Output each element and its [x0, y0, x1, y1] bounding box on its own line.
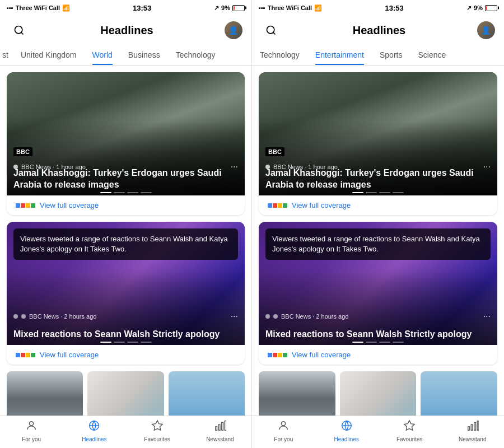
- nav-label-newsstand-right: Newsstand: [459, 436, 486, 442]
- nav-label-favourites-left: Favourites: [144, 436, 170, 442]
- news-feed-right: BBC BBC News · 1 hour ago ··· Jamal Khas…: [252, 66, 504, 416]
- left-panel: ▪▪▪ Three WiFi Call 📶 13:53 ↗ 9% Headlin…: [0, 0, 252, 448]
- person-icon-left: [25, 419, 38, 435]
- svg-point-11: [282, 422, 286, 426]
- svg-point-2: [29, 422, 33, 426]
- wifi-icon-r: 📶: [314, 4, 322, 12]
- bottom-nav-left: For you Headlines Favourites: [0, 416, 251, 448]
- avatar-left[interactable]: 👤: [225, 21, 242, 39]
- battery-icon: [232, 5, 245, 11]
- tab-partial-left[interactable]: st: [0, 45, 13, 65]
- location-icon: ↗: [214, 4, 219, 12]
- battery-pct: 9%: [221, 4, 230, 11]
- battery-icon-r: [485, 5, 497, 11]
- thumbnail-blue-left[interactable]: [169, 371, 245, 416]
- tab-entertainment-right[interactable]: Entertainment: [307, 45, 372, 65]
- tab-world-left[interactable]: World: [85, 45, 120, 65]
- google-news-icon-left: [16, 203, 35, 208]
- status-bar-left: ▪▪▪ Three WiFi Call 📶 13:53 ↗ 9%: [0, 0, 251, 16]
- svg-rect-14: [468, 427, 470, 430]
- tab-science-right[interactable]: Science: [410, 45, 454, 65]
- category-tabs-left: st United Kingdom World Business Technol…: [0, 45, 251, 66]
- thumbnail-storm-left[interactable]: [7, 371, 83, 416]
- avatar-right[interactable]: 👤: [477, 21, 495, 39]
- page-title-right: Headlines: [353, 24, 405, 37]
- svg-line-10: [273, 32, 276, 35]
- svg-point-0: [15, 26, 22, 34]
- article-image-seann-left: Viewers tweeted a range of reactions to …: [7, 222, 245, 345]
- news-feed-left: BBC BBC News · 1 hour ago ··· Jamal Khas…: [0, 66, 251, 416]
- search-button-right[interactable]: [261, 20, 281, 40]
- nav-label-for-you-left: For you: [22, 436, 41, 442]
- nav-newsstand-right[interactable]: Newsstand: [441, 419, 505, 442]
- coverage-link-khashoggi-left[interactable]: View full coverage: [40, 201, 99, 209]
- bbc-logo-left: BBC: [13, 147, 32, 156]
- nav-label-headlines-left: Headlines: [82, 436, 106, 442]
- source-time-seann-right: BBC News · 2 hours ago: [281, 313, 348, 320]
- coverage-link-khashoggi-right[interactable]: View full coverage: [292, 201, 351, 209]
- svg-point-9: [267, 26, 274, 34]
- nav-newsstand-left[interactable]: Newsstand: [189, 419, 251, 442]
- globe-icon-left: [88, 419, 100, 435]
- svg-rect-7: [222, 423, 223, 431]
- more-options-seann-left[interactable]: ···: [231, 311, 238, 321]
- star-icon-right: [403, 419, 416, 435]
- article-seann-left[interactable]: Viewers tweeted a range of reactions to …: [7, 222, 245, 365]
- more-options-seann-right[interactable]: ···: [483, 311, 491, 321]
- time-display: 13:53: [133, 4, 151, 12]
- nav-headlines-right[interactable]: Headlines: [315, 419, 379, 442]
- battery-pct-r: 9%: [474, 4, 483, 11]
- thumbnail-storm-right[interactable]: [259, 371, 335, 416]
- nav-favourites-right[interactable]: Favourites: [378, 419, 441, 442]
- bbc-logo-right: BBC: [265, 147, 284, 156]
- status-bar-right: ▪▪▪ Three WiFi Call 📶 13:53 ↗ 9%: [252, 0, 504, 16]
- view-coverage-khashoggi-left[interactable]: View full coverage: [7, 195, 245, 215]
- source-time-seann-left: BBC News · 2 hours ago: [29, 313, 96, 320]
- google-news-icon-seann-left: [16, 353, 35, 357]
- nav-favourites-left[interactable]: Favourites: [126, 419, 189, 442]
- headline-seann-right: Mixed reactions to Seann Walsh Strictly …: [265, 329, 491, 340]
- thumbnail-row-right: PRAD: [259, 371, 497, 416]
- tab-technology-left[interactable]: Technology: [168, 45, 223, 65]
- view-coverage-seann-left[interactable]: View full coverage: [7, 345, 245, 365]
- chart-icon-left: [214, 419, 226, 435]
- tab-technology-right[interactable]: Technology: [252, 45, 307, 65]
- page-title-left: Headlines: [100, 24, 153, 37]
- article-khashoggi-right[interactable]: BBC BBC News · 1 hour ago ··· Jamal Khas…: [259, 72, 497, 215]
- svg-rect-6: [218, 424, 220, 430]
- headline-khashoggi-left: Jamal Khashoggi: Turkey's Erdogan urges …: [13, 167, 238, 191]
- progress-dots-seann-left: [100, 342, 152, 343]
- thumbnail-prada-left[interactable]: PRAD: [87, 371, 164, 416]
- search-button-left[interactable]: [9, 20, 29, 40]
- tweet-overlay-left: Viewers tweeted a range of reactions to …: [13, 228, 238, 260]
- wifi-icon: 📶: [62, 4, 70, 12]
- google-news-icon-seann-right: [268, 353, 287, 357]
- tab-business-left[interactable]: Business: [120, 45, 168, 65]
- location-icon-r: ↗: [466, 4, 472, 12]
- status-right-r: ↗ 9%: [466, 4, 497, 12]
- globe-icon-right: [340, 419, 353, 435]
- article-seann-right[interactable]: Viewers tweeted a range of reactions to …: [259, 222, 497, 365]
- status-left-r: ▪▪▪ Three WiFi Call 📶: [259, 4, 322, 12]
- article-image-khashoggi-right: BBC BBC News · 1 hour ago ··· Jamal Khas…: [259, 72, 497, 195]
- tab-uk-left[interactable]: United Kingdom: [13, 45, 85, 65]
- nav-headlines-left[interactable]: Headlines: [63, 419, 125, 442]
- view-coverage-khashoggi-right[interactable]: View full coverage: [259, 195, 497, 215]
- svg-rect-15: [471, 424, 473, 430]
- right-panel: ▪▪▪ Three WiFi Call 📶 13:53 ↗ 9% Headlin…: [252, 0, 504, 448]
- coverage-link-seann-right[interactable]: View full coverage: [292, 351, 351, 359]
- google-news-icon-khashoggi-right: [268, 203, 287, 208]
- thumbnail-blue-right[interactable]: [421, 371, 497, 416]
- nav-for-you-right[interactable]: For you: [252, 419, 315, 442]
- tweet-overlay-right: Viewers tweeted a range of reactions to …: [265, 228, 491, 260]
- thumbnail-prada-right[interactable]: PRAD: [340, 371, 417, 416]
- tab-sports-right[interactable]: Sports: [372, 45, 410, 65]
- signal-bars-icon-r: ▪▪▪: [259, 4, 265, 11]
- carrier-name: Three WiFi Call: [16, 4, 60, 11]
- coverage-link-seann-left[interactable]: View full coverage: [40, 351, 99, 359]
- nav-label-favourites-right: Favourites: [396, 436, 423, 442]
- view-coverage-seann-right[interactable]: View full coverage: [259, 345, 497, 365]
- article-khashoggi-left[interactable]: BBC BBC News · 1 hour ago ··· Jamal Khas…: [7, 72, 245, 215]
- svg-line-1: [21, 32, 24, 35]
- nav-for-you-left[interactable]: For you: [0, 419, 63, 442]
